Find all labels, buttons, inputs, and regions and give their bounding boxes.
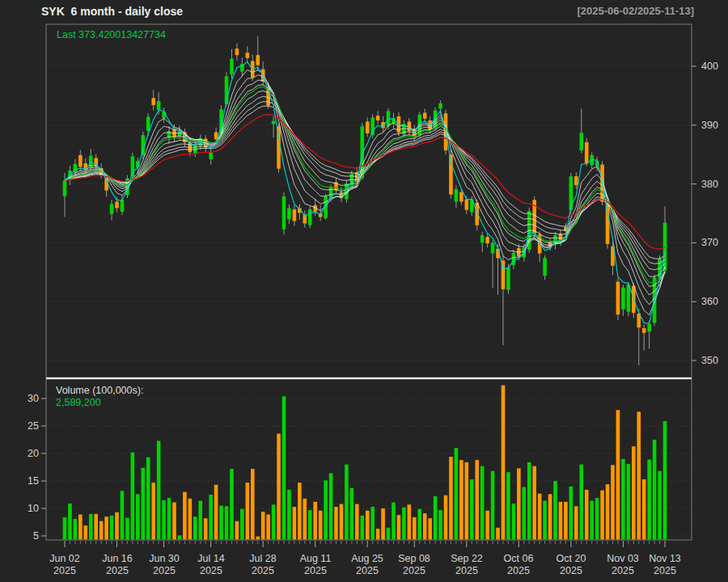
chart-title: SYK 6 month - daily close [41,5,183,18]
price-tick-label: 390 [701,119,728,132]
stock-chart-window: SYK 6 month - daily close [2025-06-02/20… [0,0,728,582]
x-axis-label: Jul 142025 [188,553,234,577]
volume-tick-label: 25 [18,420,39,432]
price-tick-label: 350 [701,354,728,367]
x-axis-label: Aug 252025 [345,553,390,577]
x-axis-label: Sep 082025 [392,553,437,577]
x-axis-label: Oct 062025 [496,553,541,577]
volume-tick-label: 20 [18,447,39,460]
volume-tick-label: 5 [18,529,39,542]
x-axis-label: Jul 282025 [240,553,286,577]
volume-tick-label: 10 [18,502,39,515]
volume-last-value: 2,589,200 [56,397,101,408]
date-range-label: [2025-06-02/2025-11-13] [577,5,694,17]
volume-tick-label: 30 [18,392,39,405]
x-axis-label: Jun 022025 [42,553,87,577]
price-tick-label: 380 [701,178,728,191]
x-axis-label: Jun 302025 [142,553,187,577]
price-tick-label: 370 [701,236,728,249]
x-axis-label: Nov 032025 [600,553,645,577]
x-axis-label: Aug 112025 [293,553,338,577]
price-tick-label: 400 [701,60,728,73]
volume-title: Volume (100,000s): [56,385,143,396]
last-price-label: Last 373.420013427734 [57,29,166,40]
chart-canvas [0,0,728,582]
volume-tick-label: 15 [18,474,39,487]
x-axis-label: Sep 222025 [444,553,489,577]
x-axis-label: Oct 202025 [548,553,594,577]
x-axis-label: Nov 132025 [642,553,688,577]
x-axis-label: Jun 162025 [95,553,140,577]
price-tick-label: 360 [701,295,728,308]
